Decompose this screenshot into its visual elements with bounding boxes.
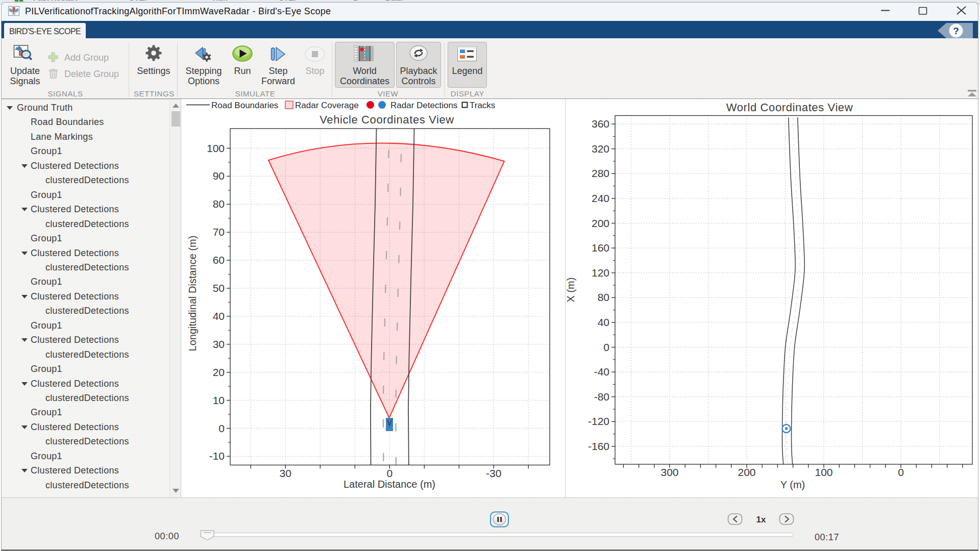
svg-text:-40: -40 xyxy=(594,366,609,378)
svg-text:-120: -120 xyxy=(588,415,609,427)
svg-text:0: 0 xyxy=(603,341,609,353)
svg-text:80: 80 xyxy=(598,291,609,303)
svg-text:-30: -30 xyxy=(486,467,501,479)
svg-text:80: 80 xyxy=(213,198,225,210)
svg-text:Y (m): Y (m) xyxy=(780,479,805,490)
svg-text:300: 300 xyxy=(660,466,678,478)
svg-text:70: 70 xyxy=(213,226,225,238)
svg-text:Road Boundaries: Road Boundaries xyxy=(211,101,278,110)
svg-text:30: 30 xyxy=(280,467,291,479)
svg-text:200: 200 xyxy=(592,217,609,229)
svg-text:20: 20 xyxy=(213,366,225,378)
svg-text:World Coordinates View: World Coordinates View xyxy=(726,101,853,114)
svg-text:X (m): X (m) xyxy=(566,278,576,303)
svg-text:100: 100 xyxy=(815,466,832,478)
svg-text:Longitudinal Distance (m): Longitudinal Distance (m) xyxy=(187,236,198,352)
svg-text:100: 100 xyxy=(207,142,225,154)
svg-text:1x: 1x xyxy=(756,515,766,524)
svg-text:Lateral Distance (m): Lateral Distance (m) xyxy=(344,479,435,490)
svg-text:10: 10 xyxy=(213,394,225,406)
svg-text:40: 40 xyxy=(598,316,609,328)
svg-text:160: 160 xyxy=(592,242,609,254)
svg-text:200: 200 xyxy=(738,466,755,478)
svg-text:90: 90 xyxy=(213,170,225,182)
svg-text:280: 280 xyxy=(592,167,609,179)
svg-text:0: 0 xyxy=(386,467,393,479)
svg-text:-160: -160 xyxy=(588,440,609,452)
svg-text:360: 360 xyxy=(592,118,609,130)
svg-text:320: 320 xyxy=(592,143,609,155)
svg-text:240: 240 xyxy=(592,192,609,204)
svg-text:Radar Coverage: Radar Coverage xyxy=(295,101,359,110)
svg-text:40: 40 xyxy=(213,310,225,322)
svg-text:0: 0 xyxy=(898,466,904,478)
svg-text:60: 60 xyxy=(213,254,225,266)
svg-text:0: 0 xyxy=(218,422,225,434)
svg-text:Tracks: Tracks xyxy=(470,101,495,110)
svg-text:50: 50 xyxy=(213,282,225,294)
svg-text:?: ? xyxy=(953,26,959,36)
svg-text:Radar Detections: Radar Detections xyxy=(390,101,457,110)
svg-text:Vehicle Coordinates View: Vehicle Coordinates View xyxy=(320,113,454,126)
svg-text:120: 120 xyxy=(592,267,609,279)
svg-text:30: 30 xyxy=(213,338,225,350)
svg-text:-10: -10 xyxy=(209,450,225,462)
svg-text:-80: -80 xyxy=(594,391,609,403)
